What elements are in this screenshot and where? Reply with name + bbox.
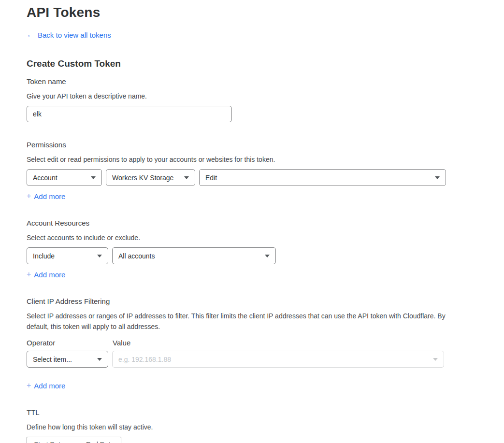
permissions-helper: Select edit or read permissions to apply… — [27, 154, 504, 165]
ip-filtering-label: Client IP Address Filtering — [27, 297, 504, 305]
resource-target-value: All accounts — [118, 252, 155, 260]
account-resources-add-more-link[interactable]: + Add more — [27, 270, 65, 279]
back-link-label: Back to view all tokens — [38, 31, 111, 39]
arrow-right-icon: → — [72, 441, 79, 443]
resource-mode-value: Include — [33, 252, 55, 260]
resource-target-select[interactable]: All accounts — [112, 247, 276, 264]
back-arrow-icon: ← — [27, 30, 34, 39]
add-more-label: Add more — [34, 382, 65, 390]
ip-operator-value: Select item... — [33, 356, 72, 363]
permission-level-select[interactable]: Edit — [199, 169, 446, 186]
account-resources-row: Include All accounts — [27, 247, 504, 264]
chevron-down-icon — [184, 176, 189, 179]
token-name-helper: Give your API token a descriptive name. — [27, 91, 504, 101]
chevron-down-icon — [97, 255, 102, 257]
add-more-label: Add more — [34, 271, 65, 279]
permission-scope-value: Account — [33, 174, 58, 182]
permissions-add-more-link[interactable]: + Add more — [27, 192, 65, 200]
plus-icon: + — [27, 270, 31, 279]
account-resources-label: Account Resources — [27, 219, 504, 227]
permissions-label: Permissions — [27, 141, 504, 149]
account-resources-helper: Select accounts to include or exclude. — [27, 232, 504, 243]
permission-group-select[interactable]: Workers KV Storage — [106, 169, 195, 186]
chevron-down-icon — [433, 358, 438, 361]
permissions-row: Account Workers KV Storage Edit — [27, 169, 504, 186]
permission-level-value: Edit — [205, 174, 217, 182]
chevron-down-icon — [435, 176, 440, 179]
permission-scope-select[interactable]: Account — [27, 169, 102, 186]
ip-value-field[interactable] — [112, 351, 444, 368]
ip-operator-select[interactable]: Select item... — [27, 351, 108, 368]
page-title: API Tokens — [27, 5, 504, 20]
create-custom-token-heading: Create Custom Token — [27, 58, 504, 69]
token-name-input[interactable] — [27, 106, 232, 122]
permission-group-value: Workers KV Storage — [112, 174, 173, 182]
value-label: Value — [113, 339, 130, 347]
end-date-field[interactable]: End Date — [86, 441, 114, 443]
ttl-helper: Define how long this token will stay act… — [27, 422, 504, 432]
resource-mode-select[interactable]: Include — [27, 247, 108, 264]
back-to-tokens-link[interactable]: ← Back to view all tokens — [27, 30, 111, 39]
ttl-date-range-picker[interactable]: Start Date → End Date — [27, 437, 121, 443]
api-tokens-page: API Tokens ← Back to view all tokens Cre… — [0, 0, 504, 443]
chevron-down-icon — [265, 255, 270, 257]
ip-filtering-row: Select item... — [27, 351, 504, 368]
operator-label: Operator — [27, 339, 113, 347]
ttl-label: TTL — [27, 408, 504, 416]
plus-icon: + — [27, 381, 31, 390]
token-name-label: Token name — [27, 77, 504, 86]
chevron-down-icon — [91, 176, 96, 179]
chevron-down-icon — [97, 358, 102, 361]
ip-filtering-column-labels: Operator Value — [27, 339, 504, 347]
ip-filtering-add-more-link[interactable]: + Add more — [27, 381, 65, 390]
ip-filtering-helper: Select IP addresses or ranges of IP addr… — [27, 311, 446, 332]
plus-icon: + — [27, 192, 31, 200]
add-more-label: Add more — [34, 192, 65, 200]
start-date-field[interactable]: Start Date — [34, 441, 64, 443]
ip-value-input[interactable] — [118, 356, 428, 363]
